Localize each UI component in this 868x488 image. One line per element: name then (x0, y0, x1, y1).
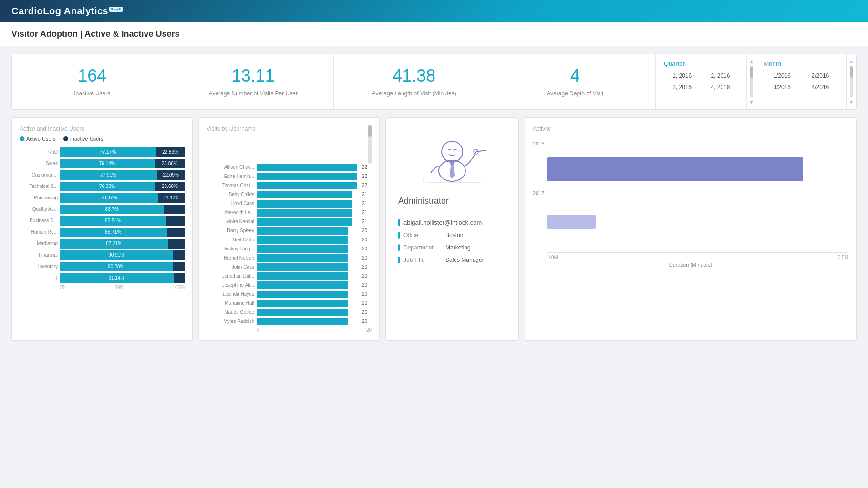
hbar-label: Edna Hemin... (207, 174, 254, 179)
bar-row: IT91.14% (20, 273, 185, 283)
inactive-bar: 22.09% (157, 170, 185, 180)
hbar-row: Jonathan Dal...20 (207, 272, 372, 280)
month-item-3[interactable]: 4/2016 (802, 83, 838, 92)
hbar-label: Thomas Chat... (207, 183, 254, 188)
month-grid: 1/2016 2/2016 3/2016 4/2016 (764, 71, 839, 92)
hbar-label: Betty Childs (207, 192, 254, 197)
active-bar: 87.21% (60, 239, 168, 249)
month-scroll-down-icon[interactable]: ▼ (848, 99, 854, 105)
hbar-label: Marianne Hall (207, 301, 254, 306)
active-bar: 77.17% (60, 147, 156, 157)
header: CardioLog AnalyticsSaaS (0, 0, 868, 22)
bar-row-label: Customer ... (20, 172, 58, 177)
active-bar: 83.7% (60, 205, 164, 214)
hbar-label: Lucinda Hayes (207, 291, 254, 297)
profile-email-field: abigail.hollister@intlock.com (393, 216, 511, 229)
activity-x-label: Duration (Minutes) (533, 262, 848, 268)
hbar-value: 20 (362, 228, 372, 233)
hbar-track (257, 182, 357, 189)
hbar-label: Moira Kendal (207, 219, 254, 224)
profile-jobtitle-field: Job Title Sales Manager (393, 254, 511, 266)
hbar-value: 22 (362, 183, 372, 188)
hbar-row: John Cass20 (207, 263, 372, 271)
month-scroll[interactable]: ▲ ▼ (847, 54, 856, 109)
main-content: 164 Inactive Users 13.11 Average Number … (0, 46, 868, 348)
bar-row-label: IT (20, 275, 58, 280)
active-inactive-chart: Active and Inactive Users Active Users I… (11, 117, 193, 341)
inactive-bar: 21.13% (158, 193, 185, 203)
x-max: 0.5M (838, 255, 848, 260)
month-item-0[interactable]: 1/2016 (764, 71, 800, 81)
bar-container: 76.32%23.68% (60, 182, 185, 191)
kpi-row: 164 Inactive Users 13.11 Average Number … (11, 54, 857, 110)
hbar-value: 20 (362, 301, 372, 306)
activity-y-labels: 2016 2017 . (533, 136, 547, 260)
hbar-fill (257, 245, 348, 253)
bar-row: Technical S...76.32%23.68% (20, 182, 185, 191)
profile-divider (393, 213, 511, 213)
kpi-avg-visits-label: Average Number of Visits Per User (183, 90, 324, 98)
visits-scrollbar[interactable] (368, 125, 372, 164)
active-dot (20, 136, 24, 141)
hbar-track (257, 209, 357, 217)
quarter-item-1[interactable]: 2, 2016 (702, 71, 738, 81)
hbar-value: 20 (362, 273, 372, 279)
bar-row: Financial90.91% (20, 250, 185, 260)
quarter-item-2[interactable]: 3, 2016 (664, 83, 700, 92)
hbar-row: Harriet Nelson20 (207, 254, 372, 262)
bar-row-label: Purchasing (20, 195, 58, 200)
hbar-fill (257, 272, 348, 280)
scroll-up-icon[interactable]: ▲ (749, 58, 754, 65)
month-item-2[interactable]: 3/2016 (764, 83, 800, 92)
quarter-grid: 1, 2016 2, 2016 3, 2016 4, 2016 (664, 71, 739, 92)
hbar-row: Moira Kendal21 (207, 218, 372, 226)
y-label-2016: 2016 (533, 141, 544, 146)
bar-container: 91.14% (60, 273, 185, 283)
profile-office-bar (398, 232, 400, 239)
bar-row-label: Technical S... (20, 184, 58, 189)
hbar-track (257, 173, 357, 180)
kpi-avg-visits: 13.11 Average Number of Visits Per User (173, 54, 334, 109)
kpi-inactive-users: 164 Inactive Users (12, 54, 173, 109)
activity-bar-2017 (547, 215, 848, 229)
svg-line-2 (476, 150, 486, 152)
bar-container: 90.28% (60, 262, 185, 271)
active-bar: 76.14% (60, 159, 155, 168)
page-title: Visitor Adoption | Active & Inactive Use… (11, 29, 857, 39)
quarter-item-3[interactable]: 4, 2016 (702, 83, 738, 92)
kpi-avg-depth-value: 4 (505, 66, 646, 86)
activity-bars-area: 0.0M 0.5M (547, 136, 848, 260)
hbar-value: 22 (362, 165, 372, 170)
active-bar: 90.91% (60, 250, 173, 260)
profile-email: abigail.hollister@intlock.com (403, 219, 482, 226)
quarter-item-0[interactable]: 1, 2016 (664, 71, 700, 81)
hbar-track (257, 245, 357, 253)
active-inactive-title: Active and Inactive Users (20, 125, 185, 132)
quarter-filter: Quarter 1, 2016 2, 2016 3, 2016 4, 2016 (656, 54, 747, 109)
hbar-value: 21 (362, 210, 372, 215)
inactive-bar: 22.83% (156, 147, 185, 157)
month-scroll-up-icon[interactable]: ▲ (848, 58, 854, 65)
hbar-fill (257, 291, 348, 298)
active-bar: 85.71% (60, 228, 167, 237)
inactive-bar-small (166, 216, 185, 226)
hbar-value: 20 (362, 310, 372, 315)
hbar-value: 20 (362, 264, 372, 270)
visits-axis: 020 (207, 327, 372, 332)
hbar-value: 22 (362, 174, 372, 179)
legend: Active Users Inactive Users (20, 136, 185, 142)
month-item-1[interactable]: 2/2016 (802, 71, 838, 81)
inactive-bar: 23.86% (155, 159, 185, 168)
profile-jobtitle-bar (398, 257, 400, 263)
x-min: 0.0M (547, 255, 558, 260)
month-label: Month (764, 60, 839, 67)
filter-panel: Quarter 1, 2016 2, 2016 3, 2016 4, 2016 … (656, 54, 856, 109)
activity-bar-2016-fill (547, 157, 803, 181)
hbar-row: Josephine Ali...20 (207, 281, 372, 289)
hbar-value: 21 (362, 201, 372, 206)
kpi-avg-length-label: Average Length of Visit (Minutes) (343, 90, 485, 98)
quarter-scroll[interactable]: ▲ ▼ (747, 54, 756, 109)
bar-row-label: Sales (20, 161, 58, 166)
kpi-avg-depth-label: Average Depth of Visit (505, 90, 646, 98)
scroll-down-icon[interactable]: ▼ (749, 99, 754, 105)
